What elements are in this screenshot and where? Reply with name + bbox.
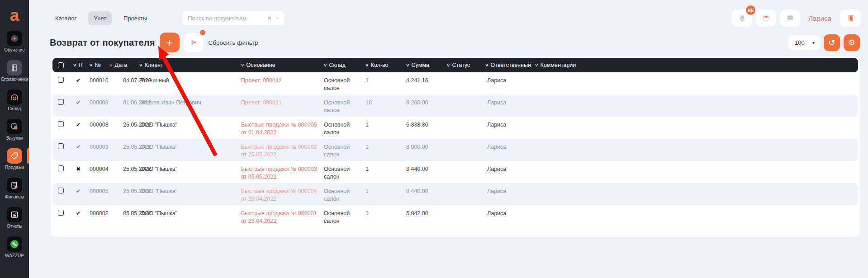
clear-search-icon[interactable]: ✖: [267, 15, 271, 21]
select-all-cell: [52, 62, 73, 68]
sidebar-item-sklad[interactable]: Склад: [0, 90, 29, 111]
notifications-button[interactable]: 65: [732, 9, 752, 27]
sort-chevron-icon: ∨: [323, 63, 327, 67]
column-header-posted[interactable]: ∨П: [73, 62, 90, 68]
column-header-qty[interactable]: ∨Кол-во: [365, 62, 406, 68]
chat-button[interactable]: [780, 9, 800, 27]
doc-basis-link[interactable]: Проект: 000021: [241, 99, 324, 107]
logout-button[interactable]: [840, 9, 861, 27]
doc-date: 25.05.2022: [109, 188, 139, 195]
sidebar-item-label: Обучение: [4, 47, 25, 52]
exit-door-icon: [846, 14, 855, 23]
sort-chevron-icon: ∨: [139, 63, 143, 67]
table-row[interactable]: ✔ 000005 25.05.2022 ООО "Пышка" Быстрые …: [52, 183, 858, 205]
doc-sum: 6 838.80: [406, 121, 447, 129]
sidebar-item-obuchenie[interactable]: Обучение: [0, 31, 29, 52]
row-checkbox[interactable]: [58, 188, 64, 193]
table-row[interactable]: ✖ 000004 25.05.2022 ООО "Пышка" Быстрые …: [52, 161, 858, 183]
column-header-sum[interactable]: ∨Сумма: [406, 62, 447, 68]
doc-responsible: Лариса: [485, 143, 535, 151]
doc-basis-link[interactable]: Быстрые продажи № 000001 от 25.04.2022: [241, 210, 324, 225]
column-header-status[interactable]: ∨Статус: [447, 62, 485, 68]
doc-basis-link[interactable]: Быстрые продажи № 000002 от 25.05.2022: [241, 143, 324, 158]
row-checkbox[interactable]: [58, 99, 64, 105]
envelope-icon: [762, 14, 771, 23]
sort-chevron-icon: ∨: [241, 63, 245, 67]
doc-warehouse: Основной салон: [324, 77, 365, 92]
column-label: Основание: [247, 62, 275, 68]
notifications-badge: 65: [746, 5, 755, 15]
sidebar-item-otchety[interactable]: Отчеты: [0, 207, 29, 229]
user-name[interactable]: Лариса: [808, 14, 831, 22]
column-header-warehouse[interactable]: ∨Склад: [324, 62, 365, 68]
row-checkbox-cell: [52, 99, 73, 107]
mail-button[interactable]: [756, 9, 776, 27]
app-logo[interactable]: a: [10, 0, 19, 27]
doc-client: ООО "Пышка": [139, 188, 241, 195]
doc-warehouse: Основной салон: [324, 210, 365, 225]
reports-icon: [7, 207, 22, 222]
column-label: П: [79, 62, 83, 68]
tab-proekty[interactable]: Проекты: [118, 11, 152, 25]
doc-basis-link[interactable]: Быстрые продажи № 000004 от 29.04.2022: [241, 188, 324, 203]
settings-button[interactable]: ⚙: [844, 34, 860, 51]
doc-client: ООО "Пышка": [139, 210, 241, 217]
sidebar-item-spravochniki[interactable]: Справочники: [0, 60, 29, 82]
sidebar-item-prodazhi[interactable]: Продажи: [0, 148, 29, 170]
reset-filter-button[interactable]: Сбросить фильтр: [209, 39, 258, 46]
doc-basis-link[interactable]: Проект: 000042: [241, 77, 324, 85]
sidebar-item-zakupki[interactable]: Закупки: [0, 119, 29, 141]
sidebar-item-label: Отчеты: [7, 224, 23, 229]
row-checkbox[interactable]: [58, 121, 64, 127]
row-checkbox[interactable]: [58, 77, 64, 83]
table-row[interactable]: ✔ 000008 26.05.2022 ООО "Пышка" Быстрые …: [52, 117, 858, 139]
table-row[interactable]: ✔ 000010 04.07.2022 Розничный Проект: 00…: [52, 72, 858, 94]
page-size-value: 100: [795, 39, 805, 46]
tab-uchet[interactable]: Учет: [88, 11, 112, 25]
filter-button[interactable]: [184, 33, 204, 52]
page-header-right: 100 ▾ ↺ ⚙: [788, 34, 860, 51]
row-checkbox[interactable]: [58, 165, 64, 171]
main-area: Каталог Учет Проекты ✖ 65: [29, 0, 868, 278]
sort-chevron-icon: ∨: [109, 63, 113, 67]
column-header-date[interactable]: ∨Дата: [109, 62, 139, 68]
row-checkbox[interactable]: [58, 143, 64, 149]
row-checkbox-cell: [52, 188, 73, 196]
active-section-indicator: [27, 148, 29, 164]
doc-warehouse: Основной салон: [324, 99, 365, 114]
doc-qty: 1: [365, 77, 406, 85]
doc-qty: 1: [365, 210, 406, 217]
search-icon[interactable]: [276, 14, 279, 22]
column-header-number[interactable]: ∨№: [90, 62, 109, 68]
doc-sum: 5 842.00: [406, 210, 447, 217]
add-document-button[interactable]: +: [160, 33, 180, 52]
doc-basis-link[interactable]: Быстрые продажи № 000005 от 01.04.2022: [241, 121, 324, 136]
page-size-select[interactable]: 100 ▾: [788, 35, 820, 50]
sort-chevron-icon: ∨: [485, 63, 489, 67]
column-header-responsible[interactable]: ∨Ответственный: [485, 62, 535, 68]
search-input[interactable]: [188, 15, 267, 22]
filter-active-dot: [200, 30, 205, 35]
table-row[interactable]: ✔ 000009 01.06.2022 Иванов Иван Петрович…: [52, 94, 858, 117]
tab-katalog[interactable]: Каталог: [50, 11, 82, 25]
table-row[interactable]: ✔ 000003 25.05.2022 ООО "Пышка" Быстрые …: [52, 139, 858, 161]
sort-chevron-icon: ∨: [535, 63, 539, 67]
posted-mark: ✔: [73, 210, 90, 217]
refresh-button[interactable]: ↺: [824, 34, 840, 51]
sales-icon: [7, 148, 22, 164]
table-row[interactable]: ✔ 000002 05.05.2022 ООО "Пышка" Быстрые …: [52, 205, 858, 227]
doc-client: ООО "Пышка": [139, 165, 241, 173]
row-checkbox[interactable]: [58, 210, 64, 216]
doc-warehouse: Основной салон: [324, 165, 365, 180]
doc-responsible: Лариса: [485, 99, 535, 107]
sidebar-item-finansy[interactable]: Финансы: [0, 178, 29, 199]
column-header-comments[interactable]: ∨Комментарии: [535, 62, 858, 68]
doc-basis-link[interactable]: Быстрые продажи № 000003 от 05.05.2022: [241, 165, 324, 180]
doc-number: 000009: [90, 99, 109, 107]
column-header-basis[interactable]: ∨Основание: [241, 62, 324, 68]
posted-mark: ✔: [73, 143, 90, 151]
column-header-client[interactable]: ∨Клиент: [139, 62, 241, 68]
select-all-checkbox[interactable]: [58, 62, 64, 68]
sidebar-item-wazzup[interactable]: WAZZUP: [0, 236, 29, 258]
doc-sum: 8 440.00: [406, 188, 447, 195]
